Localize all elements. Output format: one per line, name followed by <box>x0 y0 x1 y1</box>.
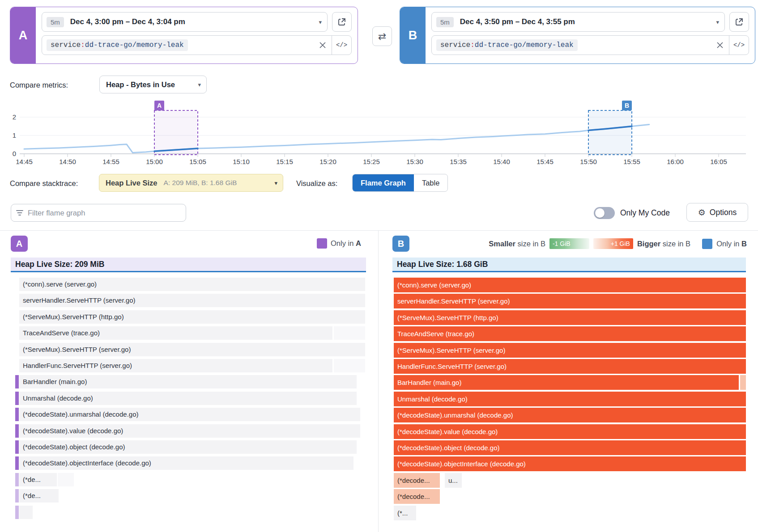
flame-frame[interactable]: (*ServeMux).ServeHTTP (server.go) <box>19 343 365 356</box>
query-input-a[interactable]: service:dd-trace-go/memory-leak </> <box>42 35 352 55</box>
tab-flame-graph[interactable]: Flame Graph <box>353 174 414 191</box>
code-view-button[interactable]: </> <box>729 36 749 55</box>
flame-frame[interactable]: serverHandler.ServeHTTP (server.go) <box>394 294 746 308</box>
profile-a-badge: A <box>10 7 36 63</box>
tab-table[interactable]: Table <box>414 174 447 191</box>
flame-frame[interactable]: TraceAndServe (trace.go) <box>19 326 332 340</box>
svg-text:15:25: 15:25 <box>363 158 380 165</box>
flame-frame[interactable]: (*decodeState).object (decode.go) <box>19 440 357 454</box>
flame-filter-field[interactable] <box>11 204 186 222</box>
section-divider <box>0 230 758 231</box>
flame-frame[interactable]: u... <box>445 473 462 488</box>
stacktrace-metric-dropdown[interactable]: Heap Live Size A: 209 MiB, B: 1.68 GiB ▾ <box>99 174 283 192</box>
flame-frame[interactable]: (*decodeState).objectInterface (decode.g… <box>394 456 746 471</box>
clear-query-button[interactable] <box>314 42 332 49</box>
flame-frame[interactable] <box>19 506 33 519</box>
flame-filter-input[interactable] <box>28 209 181 217</box>
flame-frame[interactable]: (*decodeState).object (decode.go) <box>394 440 746 455</box>
flame-frame[interactable]: HandlerFunc.ServeHTTP (server.go) <box>19 359 332 372</box>
flame-frame[interactable]: (*decodeState).objectInterface (decode.g… <box>19 456 353 470</box>
flame-frame[interactable]: (*decodeState).unmarshal (decode.go) <box>394 408 746 422</box>
profile-selector-b: B 5m Dec 4, 3:50 pm – Dec 4, 3:55 pm ▾ s… <box>400 7 755 64</box>
svg-text:A: A <box>157 102 162 109</box>
time-range-text: Dec 4, 3:50 pm – Dec 4, 3:55 pm <box>460 17 575 26</box>
svg-text:15:55: 15:55 <box>623 158 640 165</box>
close-icon <box>716 42 724 49</box>
flame-frame[interactable]: (*decodeState).unmarshal (decode.go) <box>19 408 360 421</box>
legend-size-diff: Smaller size in B -1 GiB +1 GiB Bigger s… <box>489 238 747 249</box>
open-in-new-button[interactable] <box>729 12 749 32</box>
panel-divider <box>378 231 379 532</box>
chevron-down-icon: ▾ <box>716 19 719 25</box>
flame-frame[interactable] <box>15 456 19 470</box>
flame-frame[interactable]: Unmarshal (decode.go) <box>19 392 357 405</box>
time-range-dropdown-a[interactable]: 5m Dec 4, 3:00 pm – Dec 4, 3:04 pm ▾ <box>42 12 328 32</box>
flame-frame[interactable]: Unmarshal (decode.go) <box>394 392 746 406</box>
legend-only-in-a: Only in A <box>317 238 361 249</box>
bigger-gradient-swatch: +1 GiB <box>593 238 633 249</box>
profiling-comparison-page: A 5m Dec 4, 3:00 pm – Dec 4, 3:04 pm ▾ s… <box>0 0 758 532</box>
visualize-segmented-control: Flame Graph Table <box>352 174 448 192</box>
svg-text:14:45: 14:45 <box>16 158 33 165</box>
svg-text:15:15: 15:15 <box>276 158 293 165</box>
svg-text:15:45: 15:45 <box>537 158 554 165</box>
time-range-text: Dec 4, 3:00 pm – Dec 4, 3:04 pm <box>70 17 185 26</box>
flame-frame[interactable]: (*ServeMux).ServeHTTP (http.go) <box>19 310 365 324</box>
flame-frame[interactable] <box>58 473 74 486</box>
flame-frame[interactable]: (*decodeState).value (decode.go) <box>19 424 360 438</box>
flame-frame[interactable]: (*de... <box>19 489 59 502</box>
flame-frame[interactable] <box>15 408 19 421</box>
flame-frame[interactable] <box>15 489 19 502</box>
code-view-button[interactable]: </> <box>332 36 351 55</box>
svg-text:15:05: 15:05 <box>189 158 206 165</box>
flame-frame[interactable]: (*ServeMux).ServeHTTP (http.go) <box>394 310 746 325</box>
svg-text:15:40: 15:40 <box>493 158 510 165</box>
swap-ab-button[interactable]: ⇄ <box>372 26 392 46</box>
flame-frame[interactable]: (*decodeState).value (decode.go) <box>394 424 746 439</box>
flame-frame[interactable]: (*conn).serve (server.go) <box>394 278 746 292</box>
compare-metrics-dropdown[interactable]: Heap - Bytes in Use ▾ <box>99 76 207 93</box>
time-range-dropdown-b[interactable]: 5m Dec 4, 3:50 pm – Dec 4, 3:55 pm ▾ <box>431 12 725 32</box>
flame-frame[interactable]: (*ServeMux).ServeHTTP (server.go) <box>394 343 746 358</box>
chevron-down-icon: ▾ <box>198 81 201 88</box>
flame-frame[interactable] <box>15 440 19 454</box>
only-in-a-swatch <box>317 238 327 249</box>
flame-frame[interactable]: TraceAndServe (trace.go) <box>394 326 746 341</box>
clear-query-button[interactable] <box>711 42 729 49</box>
flame-frame[interactable]: HandlerFunc.ServeHTTP (server.go) <box>394 359 746 374</box>
flame-frame[interactable]: BarHandler (main.go) <box>394 375 739 390</box>
flame-a-badge: A <box>11 236 28 252</box>
flame-frame[interactable]: (*de... <box>19 473 57 486</box>
options-button[interactable]: ⚙ Options <box>686 203 748 222</box>
svg-text:15:10: 15:10 <box>233 158 250 165</box>
profile-b-badge: B <box>400 7 426 63</box>
svg-text:15:00: 15:00 <box>146 158 163 165</box>
flame-frame[interactable] <box>334 359 365 372</box>
gear-icon: ⚙ <box>698 207 706 217</box>
flame-b-badge: B <box>392 236 409 252</box>
flame-frame[interactable] <box>740 375 746 390</box>
filter-icon <box>16 209 24 216</box>
svg-text:16:05: 16:05 <box>710 158 727 165</box>
flame-frame[interactable]: BarHandler (main.go) <box>19 375 357 388</box>
query-chip: service:dd-trace-go/memory-leak <box>436 39 578 51</box>
flame-frame[interactable] <box>15 506 19 519</box>
flame-frame[interactable]: (*decode... <box>394 489 440 504</box>
open-in-new-button[interactable] <box>332 12 352 32</box>
query-input-b[interactable]: service:dd-trace-go/memory-leak </> <box>431 35 749 55</box>
flame-frame[interactable]: (*... <box>394 506 416 520</box>
flame-frame[interactable] <box>334 326 365 340</box>
toggle-knob <box>595 208 605 218</box>
flame-frame[interactable] <box>15 424 19 438</box>
flame-frame[interactable]: (*conn).serve (server.go) <box>19 278 365 291</box>
flame-frame[interactable]: (*decode... <box>394 473 440 488</box>
comparison-chart[interactable]: 01214:4514:5014:5515:0015:0515:1015:1515… <box>10 99 748 167</box>
flame-frame[interactable]: serverHandler.ServeHTTP (server.go) <box>19 294 365 307</box>
flame-frame[interactable] <box>15 375 19 388</box>
svg-text:15:35: 15:35 <box>450 158 467 165</box>
close-icon <box>319 42 326 49</box>
duration-chip: 5m <box>47 17 64 27</box>
flame-frame[interactable] <box>15 473 19 486</box>
only-my-code-toggle[interactable] <box>594 207 615 219</box>
flame-frame[interactable] <box>15 392 19 405</box>
